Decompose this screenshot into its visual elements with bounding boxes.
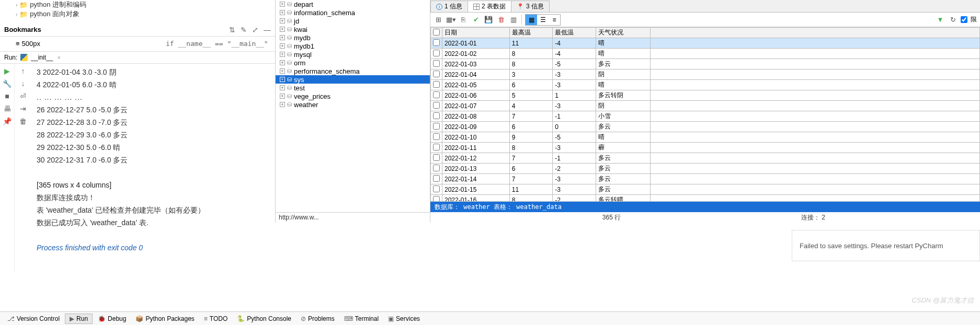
- terminal-icon: ⌨: [344, 315, 353, 322]
- table-row[interactable]: 2022-01-0960多云: [431, 122, 980, 132]
- tab-table-data[interactable]: 2 表数据: [468, 1, 511, 12]
- tab-info1[interactable]: i1 信息: [430, 1, 468, 12]
- close-icon[interactable]: ×: [57, 54, 60, 61]
- db-item-orm[interactable]: +⛁orm: [276, 59, 430, 67]
- view-form-button[interactable]: ☰: [537, 15, 549, 25]
- data-grid[interactable]: 日期最高温最低温天气状况2022-01-0111-4晴2022-01-028-4…: [430, 27, 980, 202]
- tool-python-console[interactable]: 🐍Python Console: [233, 314, 295, 323]
- table-row[interactable]: 2022-01-136-2多云: [431, 164, 980, 174]
- table-row[interactable]: 2022-01-0111-4晴: [431, 38, 980, 49]
- save-icon[interactable]: 💾: [484, 15, 493, 25]
- pin-icon[interactable]: 📌: [3, 117, 12, 125]
- expand-icon[interactable]: +: [280, 18, 285, 24]
- expand-icon[interactable]: +: [280, 10, 285, 15]
- db-item-kwai[interactable]: +⛁kwai: [276, 25, 430, 33]
- db-item-weather[interactable]: +⛁weather: [276, 100, 430, 109]
- db-item-performance_schema[interactable]: +⛁performance_schema: [276, 67, 430, 75]
- filter-icon[interactable]: ▼: [936, 15, 945, 25]
- print-icon[interactable]: 🖶: [4, 105, 11, 113]
- expand-icon[interactable]: ⤢: [252, 26, 258, 34]
- table-row[interactable]: 2022-01-109-5晴: [431, 132, 980, 143]
- expand-icon[interactable]: +: [280, 52, 285, 57]
- db-item-mydb1[interactable]: +⛁mydb1: [276, 42, 430, 50]
- expand-icon[interactable]: +: [280, 77, 285, 82]
- tool-terminal[interactable]: ⌨Terminal: [340, 314, 383, 323]
- tool-debug[interactable]: 🐞Debug: [94, 314, 130, 323]
- column-header[interactable]: 最高温: [509, 28, 552, 38]
- expand-icon[interactable]: +: [280, 27, 285, 32]
- project-tree[interactable]: ›📁python 进制和编码 ›📁python 面向对象: [0, 0, 275, 19]
- up-icon[interactable]: ↑: [21, 67, 25, 75]
- view-grid-button[interactable]: ▦: [526, 15, 537, 25]
- db-item-depart[interactable]: +⛁depart: [276, 0, 430, 8]
- expand-icon[interactable]: +: [280, 94, 285, 99]
- copy-row-icon[interactable]: ⎘: [459, 15, 468, 25]
- expand-icon[interactable]: +: [280, 85, 285, 90]
- console-output[interactable]: 3 2022-01-04 3.0 -3.0 阴4 2022-01-05 6.0 …: [31, 64, 210, 273]
- pin-icon: 📍: [517, 3, 524, 10]
- tree-item[interactable]: ›📁python 进制和编码: [16, 0, 275, 9]
- table-row[interactable]: 2022-01-056-3晴: [431, 80, 980, 90]
- table-row[interactable]: 2022-01-168-2多云转晴: [431, 195, 980, 202]
- db-item-information_schema[interactable]: +⛁information_schema: [276, 8, 430, 17]
- column-header[interactable]: 最低温: [553, 28, 596, 38]
- insert-icon[interactable]: ▦▾: [446, 15, 455, 25]
- table-row[interactable]: 2022-01-127-1多云: [431, 153, 980, 164]
- database-tree[interactable]: +⛁depart+⛁information_schema+⛁jd+⛁kwai+⛁…: [276, 0, 430, 109]
- tool-problems[interactable]: ⊘Problems: [297, 314, 339, 323]
- table-row[interactable]: 2022-01-147-3多云: [431, 174, 980, 184]
- database-icon: ⛁: [287, 9, 292, 16]
- tool-services[interactable]: ▣Services: [384, 314, 424, 323]
- tabs-row: i1 信息 2 表数据 📍3 信息: [430, 0, 980, 13]
- check-icon[interactable]: ✔: [471, 15, 481, 25]
- table-row[interactable]: 2022-01-087-1小雪: [431, 111, 980, 122]
- tool-python-packages[interactable]: 📦Python Packages: [131, 314, 198, 323]
- db-item-mydb[interactable]: +⛁mydb: [276, 33, 430, 42]
- delete-icon[interactable]: 🗑: [496, 15, 506, 25]
- table-row[interactable]: 2022-01-1511-3多云: [431, 184, 980, 195]
- table-row[interactable]: 2022-01-118-3霾: [431, 143, 980, 153]
- scroll-icon[interactable]: ⇥: [20, 105, 26, 113]
- expand-icon[interactable]: +: [280, 2, 285, 7]
- tool-todo[interactable]: ≡TODO: [200, 314, 232, 323]
- expand-icon[interactable]: +: [280, 60, 285, 65]
- table-row[interactable]: 2022-01-038-5多云: [431, 59, 980, 69]
- db-item-jd[interactable]: +⛁jd: [276, 17, 430, 25]
- add-row-icon[interactable]: ⊞: [434, 15, 443, 25]
- view-text-button[interactable]: ≡: [549, 15, 560, 25]
- db-item-test[interactable]: +⛁test: [276, 84, 430, 92]
- notice-text: Failed to save settings. Please restart …: [800, 242, 943, 250]
- db-item-vege_prices[interactable]: +⛁vege_prices: [276, 92, 430, 100]
- tab-info2[interactable]: 📍3 信息: [511, 1, 550, 12]
- down-icon[interactable]: ↓: [21, 79, 25, 88]
- play-icon[interactable]: ▶: [4, 67, 10, 75]
- filter-icon[interactable]: ⇅: [229, 26, 235, 34]
- tool-run[interactable]: ▶Run: [65, 314, 93, 324]
- expand-icon[interactable]: +: [280, 102, 285, 107]
- table-row[interactable]: 2022-01-0651多云转阴: [431, 90, 980, 101]
- db-item-mysql[interactable]: +⛁mysql: [276, 50, 430, 59]
- column-header[interactable]: 日期: [442, 28, 510, 38]
- tree-item[interactable]: ›📁python 面向对象: [16, 9, 275, 19]
- table-row[interactable]: 2022-01-028-4晴: [431, 49, 980, 59]
- minus-icon[interactable]: —: [264, 26, 271, 34]
- run-tab-name[interactable]: __init__: [31, 54, 53, 61]
- expand-icon[interactable]: +: [280, 35, 285, 40]
- expand-icon[interactable]: +: [280, 68, 285, 74]
- expand-icon[interactable]: +: [280, 43, 285, 49]
- wrench-icon[interactable]: 🔧: [3, 79, 12, 88]
- columns-icon[interactable]: ▥: [509, 15, 518, 25]
- stop-icon[interactable]: ■: [5, 92, 9, 100]
- db-item-sys[interactable]: +⛁sys: [276, 75, 430, 84]
- select-all-header[interactable]: [431, 28, 442, 38]
- edit-icon[interactable]: ✎: [241, 26, 247, 34]
- tool-version-control[interactable]: ⎇Version Control: [3, 314, 64, 323]
- trash-icon[interactable]: 🗑: [19, 117, 27, 125]
- column-header[interactable]: 天气状况: [596, 28, 650, 38]
- table-row[interactable]: 2022-01-074-3阴: [431, 101, 980, 111]
- table-row[interactable]: 2022-01-043-3阴: [431, 69, 980, 80]
- wrap-icon[interactable]: ⏎: [20, 92, 26, 100]
- breadcrumb[interactable]: ≡500px: [16, 40, 40, 48]
- limit-checkbox[interactable]: [961, 16, 967, 23]
- refresh-icon[interactable]: ↻: [948, 15, 958, 25]
